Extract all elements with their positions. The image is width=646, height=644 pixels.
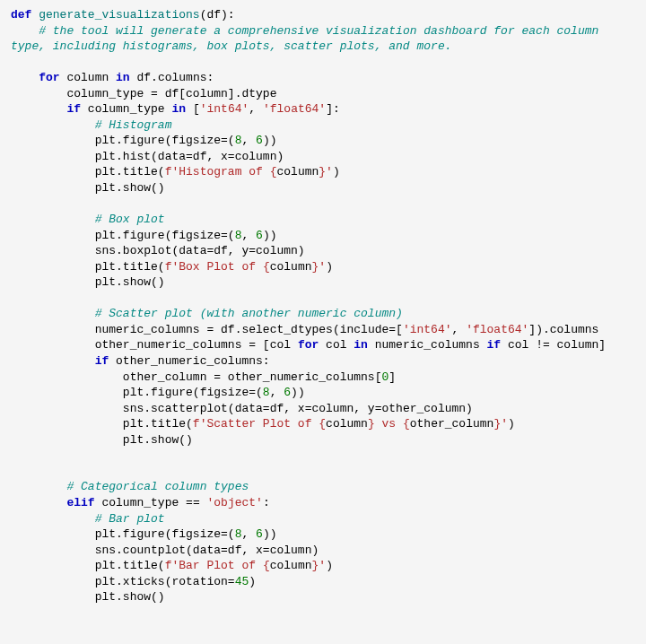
keyword-if-3: if	[95, 354, 109, 368]
keyword-if-2: if	[487, 338, 502, 352]
list-comp-d: col != column]	[501, 338, 606, 352]
comment-intro: # the tool will generate a comprehensive…	[11, 24, 606, 54]
type-check-var: column_type	[88, 102, 165, 116]
keyword-in-3: in	[354, 338, 368, 352]
brace-open-4: {	[403, 417, 410, 431]
float64-str: 'float64'	[263, 102, 326, 116]
comment-scatter: # Scatter plot (with another numeric col…	[95, 307, 403, 320]
brace-open-3: {	[319, 417, 326, 431]
list-comp-c: numeric_columns	[368, 338, 487, 352]
other-numeric-var: other_numeric_columns	[95, 338, 242, 352]
brace-close-1: }	[319, 165, 326, 178]
comment-histogram: # Histogram	[95, 118, 172, 132]
bracket-close: ]	[388, 370, 396, 384]
assign-op-3: =	[241, 338, 262, 352]
assign-op-2: =	[200, 323, 221, 336]
rotation-val: 45	[235, 575, 249, 588]
df-columns: df.columns:	[136, 71, 214, 84]
figsize-w-3: 8	[263, 386, 270, 399]
plt-figure-4: plt.figure(figsize=(	[95, 527, 235, 541]
object-str: 'object'	[207, 496, 263, 509]
plt-title-4: plt.title(	[95, 559, 165, 572]
plt-show-3: plt.show()	[123, 433, 193, 447]
plt-xticks: plt.xticks(rotation=	[95, 575, 235, 588]
function-args: (df):	[200, 8, 235, 22]
brace-close-3: }	[368, 417, 375, 431]
column-type-var: column_type	[66, 87, 144, 100]
scatter-title-b: vs	[375, 417, 403, 431]
col-var-4: column	[270, 559, 312, 572]
title-end-4: '	[319, 559, 326, 572]
plt-figure-1: plt.figure(figsize=(	[95, 134, 235, 147]
if-other: other_numeric_columns:	[116, 354, 270, 368]
assign-op: =	[144, 87, 164, 100]
keyword-in2: in	[171, 102, 186, 116]
brace-open-2: {	[263, 260, 270, 274]
comment-categorical: # Categorical column types	[66, 480, 249, 493]
keyword-elif: elif	[66, 496, 94, 509]
keyword-for-2: for	[298, 338, 319, 352]
other-col-var: other_column	[410, 417, 494, 431]
keyword-for: for	[39, 71, 59, 84]
function-name: generate_visualizations	[39, 8, 199, 22]
brace-open-5: {	[263, 559, 270, 572]
plt-title-3: plt.title(	[123, 417, 193, 431]
col-var-3: column	[326, 417, 368, 431]
title-end-2: '	[319, 260, 326, 274]
plt-hist: plt.hist(data=df, x=column)	[95, 150, 284, 163]
comment-boxplot: # Box plot	[95, 213, 165, 226]
other-col-assign: other_column = other_numeric_columns[	[123, 370, 382, 384]
title-end-3: '	[501, 417, 508, 431]
f-prefix-3: f	[193, 417, 200, 431]
plt-figure-3: plt.figure(figsize=(	[123, 386, 263, 399]
int64-str-2: 'int64'	[403, 323, 452, 336]
plt-figure-2: plt.figure(figsize=(	[95, 229, 235, 242]
keyword-def: def	[11, 8, 31, 22]
keyword-if: if	[66, 102, 81, 116]
list-comp-a: [col	[263, 338, 298, 352]
int64-str: 'int64'	[200, 102, 249, 116]
dot-columns: ]).columns	[528, 323, 598, 336]
keyword-in: in	[116, 71, 130, 84]
figsize-w-2: 8	[235, 229, 242, 242]
plt-show-2: plt.show()	[95, 275, 165, 289]
figsize-w-4: 8	[235, 527, 242, 541]
bar-title-a: 'Bar Plot of	[171, 559, 262, 572]
numeric-cols-var: numeric_columns	[95, 323, 200, 336]
eq-check: ==	[179, 496, 206, 509]
sns-boxplot: sns.boxplot(data=df, y=column)	[95, 244, 305, 257]
figsize-h-1: 6	[256, 134, 263, 147]
list-comp-b: col	[319, 338, 354, 352]
plt-show-4: plt.show()	[95, 590, 165, 604]
type-check-var-2: column_type	[101, 496, 179, 509]
col-var-1: column	[276, 165, 319, 178]
figsize-h-2: 6	[256, 229, 263, 242]
sns-countplot: sns.countplot(data=df, x=column)	[95, 544, 319, 557]
df-col-dtype: df[column].dtype	[165, 87, 277, 100]
figsize-h-3: 6	[284, 386, 291, 399]
select-dtypes: df.select_dtypes(include=[	[221, 323, 403, 336]
code-block: def generate_visualizations(df): # the t…	[11, 7, 635, 605]
loop-var: column	[66, 71, 109, 84]
title-end-1: '	[326, 165, 333, 178]
plt-title-1: plt.title(	[95, 165, 165, 178]
box-title-a: 'Box Plot of	[171, 260, 262, 274]
comment-bar: # Bar plot	[95, 512, 165, 526]
col-var-2: column	[270, 260, 312, 274]
figsize-w-1: 8	[235, 134, 242, 147]
sns-scatterplot: sns.scatterplot(data=df, x=column, y=oth…	[123, 402, 473, 415]
plt-show-1: plt.show()	[95, 181, 165, 195]
scatter-title-a: 'Scatter Plot of	[200, 417, 319, 431]
hist-title-a: 'Histogram of	[171, 165, 269, 178]
figsize-h-4: 6	[256, 527, 263, 541]
plt-title-2: plt.title(	[95, 260, 165, 274]
float64-str-2: 'float64'	[466, 323, 528, 336]
